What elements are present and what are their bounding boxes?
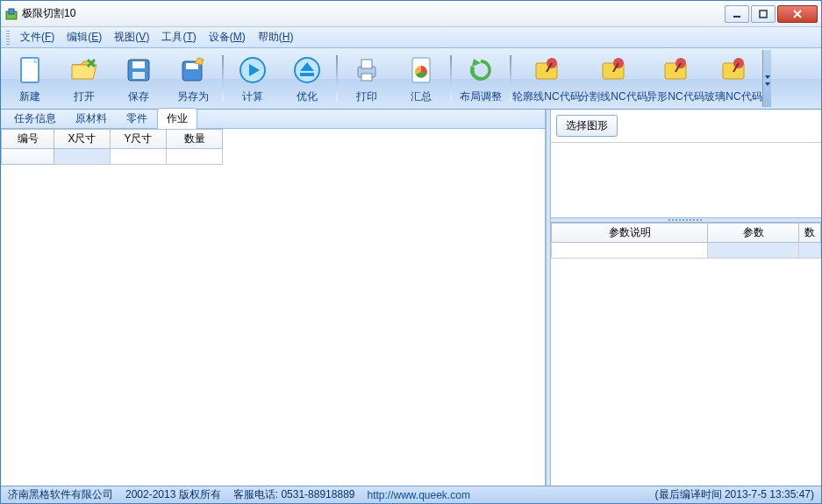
refresh-icon [463, 53, 498, 88]
open-button[interactable]: 打开 [57, 50, 111, 107]
status-service: 客服电话: 0531-88918889 [233, 487, 355, 502]
optimize-label: 优化 [297, 89, 318, 104]
params-panel: 参数说明 参数 数 [551, 223, 821, 486]
params-list [551, 259, 821, 486]
statusbar: 济南黑格软件有限公司 2002-2013 版权所有 客服电话: 0531-889… [1, 486, 821, 503]
grid-cell[interactable] [167, 149, 223, 165]
toolbar-sep [510, 55, 511, 102]
grid-cell[interactable] [708, 243, 799, 259]
status-build: (最后编译时间 2013-7-5 13:35:47) [655, 487, 814, 502]
toolbar-sep [336, 55, 338, 102]
select-shape-button[interactable]: 选择图形 [556, 115, 618, 137]
col-param[interactable]: 参数 [708, 224, 799, 243]
calc-label: 计算 [242, 89, 263, 104]
client-area: 任务信息 原材料 零件 作业 编号 X尺寸 Y尺寸 数量 [1, 110, 821, 486]
grid-cell[interactable] [54, 149, 111, 165]
window-buttons [725, 5, 818, 23]
minimize-button[interactable] [725, 5, 749, 23]
col-param-val[interactable]: 数 [799, 224, 821, 243]
nc-glass-button[interactable]: 玻璃NC代码 [704, 50, 762, 107]
nc-outline-button[interactable]: 轮廓线NC代码 [513, 50, 580, 107]
menu-edit[interactable]: 编辑(E) [61, 28, 107, 46]
tab-parts[interactable]: 零件 [117, 108, 157, 129]
new-button[interactable]: 新建 [3, 50, 57, 107]
col-param-desc[interactable]: 参数说明 [552, 224, 708, 243]
svg-rect-12 [186, 63, 198, 69]
saveas-button[interactable]: 另存为 [166, 50, 220, 107]
summary-label: 汇总 [411, 89, 432, 104]
app-icon [4, 7, 18, 21]
printer-icon [349, 53, 384, 88]
optimize-button[interactable]: 优化 [280, 50, 334, 107]
window-title: 极限切割10 [22, 6, 725, 21]
col-x[interactable]: X尺寸 [54, 130, 111, 149]
jobs-grid[interactable]: 编号 X尺寸 Y尺寸 数量 [1, 129, 545, 486]
close-button[interactable] [777, 5, 818, 23]
pin-icon [596, 53, 631, 88]
tab-task[interactable]: 任务信息 [4, 108, 66, 129]
nc-split-button[interactable]: 分割线NC代码 [580, 50, 647, 107]
menu-help[interactable]: 帮助(H) [253, 28, 299, 46]
calc-button[interactable]: 计算 [225, 50, 280, 107]
svg-rect-10 [132, 72, 145, 79]
layout-button[interactable]: 布局调整 [454, 50, 508, 107]
save-label: 保存 [128, 89, 149, 104]
nc-outline-label: 轮廓线NC代码 [512, 89, 580, 104]
menu-view[interactable]: 视图(V) [109, 28, 154, 46]
tab-strip: 任务信息 原材料 零件 作业 [1, 110, 545, 129]
layout-label: 布局调整 [460, 89, 502, 104]
col-y[interactable]: Y尺寸 [111, 130, 167, 149]
toolbar: 新建 打开 保存 另存为 计算 优化 打印 汇总 [1, 48, 821, 110]
status-url[interactable]: http://www.queek.com [367, 489, 469, 501]
eject-icon [289, 53, 325, 88]
svg-rect-19 [361, 60, 372, 68]
svg-rect-1 [9, 9, 14, 14]
save-icon [121, 53, 156, 88]
menu-device[interactable]: 设备(M) [204, 28, 251, 46]
toolbar-sep [222, 55, 224, 102]
nc-shape-button[interactable]: 异形NC代码 [647, 50, 704, 107]
pie-chart-icon [404, 53, 439, 88]
nc-shape-label: 异形NC代码 [647, 89, 704, 104]
menubar: 文件(F) 编辑(E) 视图(V) 工具(T) 设备(M) 帮助(H) [1, 27, 821, 48]
col-id[interactable]: 编号 [2, 130, 54, 149]
right-pane: 选择图形 参数说明 参数 数 [551, 110, 821, 486]
toolbar-sep [450, 55, 452, 102]
summary-button[interactable]: 汇总 [394, 50, 448, 107]
shape-toolbar: 选择图形 [551, 110, 821, 143]
pin-icon [716, 53, 751, 88]
grid-cell[interactable] [799, 243, 821, 259]
file-new-icon [12, 53, 47, 88]
new-label: 新建 [19, 89, 40, 104]
menu-tools[interactable]: 工具(T) [156, 28, 201, 46]
save-button[interactable]: 保存 [111, 50, 166, 107]
shape-preview [551, 143, 821, 217]
table-row[interactable] [552, 243, 821, 259]
tab-jobs[interactable]: 作业 [157, 108, 197, 129]
saveas-label: 另存为 [177, 89, 209, 104]
menubar-grip [6, 31, 10, 45]
svg-rect-20 [361, 74, 372, 81]
print-label: 打印 [356, 89, 377, 104]
svg-marker-36 [765, 75, 770, 79]
pin-icon [529, 53, 564, 88]
col-qty[interactable]: 数量 [167, 130, 223, 149]
menu-file[interactable]: 文件(F) [15, 28, 60, 46]
pin-icon [658, 53, 693, 88]
print-button[interactable]: 打印 [340, 50, 394, 107]
app-window: 极限切割10 文件(F) 编辑(E) 视图(V) 工具(T) 设备(M) 帮助(… [0, 0, 822, 504]
folder-open-icon [67, 53, 102, 88]
toolbar-overflow[interactable] [762, 50, 771, 107]
maximize-button[interactable] [751, 5, 776, 23]
grid-cell[interactable] [111, 149, 167, 165]
status-company: 济南黑格软件有限公司 [8, 487, 113, 502]
saveas-icon [175, 53, 211, 88]
tab-material[interactable]: 原材料 [66, 108, 117, 129]
table-row[interactable] [2, 149, 223, 165]
grid-cell[interactable] [552, 243, 708, 259]
status-copyright: 2002-2013 版权所有 [125, 487, 221, 502]
svg-marker-23 [472, 59, 481, 67]
row-header-cell[interactable] [2, 149, 54, 165]
svg-marker-37 [765, 82, 770, 86]
svg-rect-9 [132, 61, 145, 68]
